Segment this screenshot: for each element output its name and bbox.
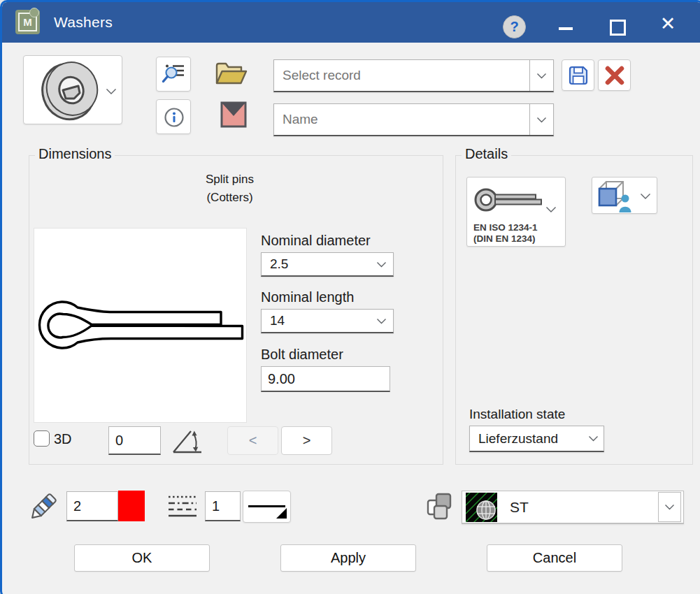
part-caption-line1: Split pins	[99, 173, 361, 187]
installation-state-value: Lieferzustand	[470, 431, 583, 447]
cube-person-icon	[597, 180, 633, 212]
chevron-down-icon	[588, 435, 599, 442]
layer-hatch-swatch	[466, 493, 497, 522]
minimize-icon	[559, 27, 573, 30]
select-record-combobox[interactable]: Select record	[273, 59, 554, 92]
nominal-diameter-combobox[interactable]: 2.5	[261, 252, 394, 277]
next-record-button[interactable]: >	[281, 426, 332, 455]
standard-name: EN ISO 1234-1	[473, 222, 538, 233]
part-caption-line2: (Cotters)	[99, 191, 361, 205]
name-dropdown-arrow[interactable]	[529, 104, 553, 135]
angle-icon	[171, 428, 203, 455]
chevron-down-icon	[106, 88, 117, 95]
corner-expand-icon	[276, 508, 287, 519]
open-folder-icon[interactable]	[214, 61, 249, 87]
mail-icon[interactable]	[220, 101, 247, 128]
select-record-placeholder: Select record	[274, 68, 529, 83]
bolt-diameter-input[interactable]	[261, 366, 390, 392]
nominal-length-dropdown-arrow[interactable]	[370, 310, 393, 332]
app-icon-orb	[29, 8, 39, 17]
select-record-dropdown-arrow[interactable]	[529, 60, 553, 91]
layer-name: ST	[497, 499, 658, 516]
info-icon	[163, 106, 185, 129]
nominal-length-label: Nominal length	[261, 289, 354, 305]
info-button[interactable]	[156, 99, 191, 134]
chevron-down-icon	[376, 261, 387, 268]
line-style-preview-button[interactable]	[243, 491, 291, 523]
search-button[interactable]	[156, 57, 191, 92]
cancel-button[interactable]: Cancel	[487, 544, 622, 572]
3d-checkbox-label: 3D	[54, 431, 72, 447]
installation-state-combobox[interactable]: Lieferzustand	[469, 426, 604, 452]
pen-width-input[interactable]	[66, 491, 118, 521]
floppy-disk-icon	[568, 65, 589, 86]
installation-state-label: Installation state	[469, 407, 565, 422]
standard-dropdown[interactable]: EN ISO 1234-1 (DIN EN 1234)	[466, 177, 566, 247]
maximize-icon	[610, 20, 626, 36]
maximize-button[interactable]	[603, 10, 631, 38]
chevron-down-icon	[536, 117, 547, 123]
delete-button[interactable]	[598, 59, 631, 91]
split-pin-standard-icon	[471, 184, 544, 215]
line-style-input[interactable]	[205, 491, 241, 521]
washer-3d-icon	[35, 61, 102, 121]
nominal-diameter-value: 2.5	[262, 256, 370, 272]
installation-state-dropdown-arrow[interactable]	[583, 426, 603, 451]
search-list-icon	[162, 61, 187, 87]
help-button[interactable]: ?	[503, 15, 526, 38]
close-button[interactable]: ✕	[656, 12, 680, 36]
dimensions-group-label: Dimensions	[35, 146, 115, 162]
nominal-diameter-dropdown-arrow[interactable]	[370, 253, 393, 275]
previous-record-button[interactable]: <	[227, 426, 278, 455]
layer-combobox[interactable]: ST	[462, 491, 684, 524]
minimize-button[interactable]	[552, 13, 580, 36]
red-x-icon	[604, 65, 625, 86]
name-combobox[interactable]: Name	[273, 103, 554, 136]
rotation-angle-input[interactable]	[108, 426, 161, 455]
window-title: Washers	[54, 2, 113, 43]
titlebar: M Washers ? ✕	[2, 2, 700, 43]
nominal-length-value: 14	[262, 313, 370, 328]
standard-name-alt: (DIN EN 1234)	[473, 233, 536, 245]
chevron-down-icon	[640, 193, 651, 200]
split-pin-drawing	[34, 229, 248, 423]
chevron-down-icon	[545, 206, 557, 213]
apply-button[interactable]: Apply	[280, 544, 416, 572]
part-type-dropdown[interactable]	[23, 55, 122, 124]
layer-dropdown-arrow[interactable]	[658, 492, 681, 522]
line-preview	[248, 505, 285, 507]
3d-checkbox[interactable]	[34, 430, 50, 447]
globe-icon	[477, 501, 495, 519]
layers-icon	[426, 492, 457, 521]
chevron-down-icon	[376, 318, 387, 324]
pen-color-swatch[interactable]	[118, 491, 145, 521]
washers-dialog: M Washers ? ✕	[0, 0, 700, 594]
part-preview	[34, 228, 247, 423]
app-icon: M	[15, 10, 40, 34]
name-placeholder: Name	[274, 112, 529, 127]
save-button[interactable]	[562, 59, 594, 91]
pen-icon	[26, 489, 59, 523]
chevron-down-icon	[664, 504, 675, 510]
representation-dropdown[interactable]	[592, 177, 657, 214]
details-group-label: Details	[462, 146, 511, 162]
nominal-diameter-label: Nominal diameter	[261, 233, 371, 249]
nominal-length-combobox[interactable]: 14	[261, 309, 394, 333]
chevron-down-icon	[536, 73, 547, 79]
ok-button[interactable]: OK	[74, 544, 210, 572]
line-style-icon	[167, 495, 198, 519]
bolt-diameter-label: Bolt diameter	[261, 347, 343, 363]
